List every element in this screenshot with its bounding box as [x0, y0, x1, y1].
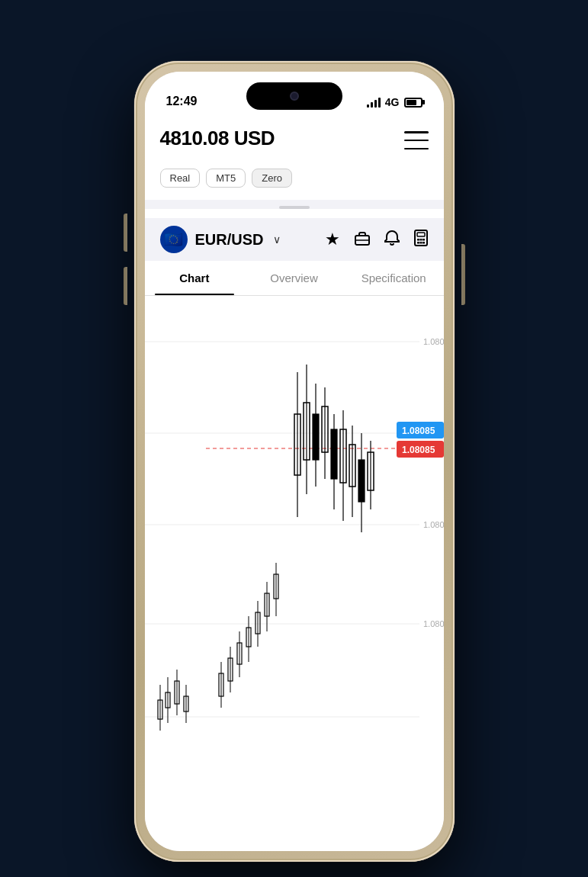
- svg-rect-9: [423, 242, 425, 244]
- svg-rect-8: [419, 242, 422, 244]
- signal-bars-icon: [367, 97, 381, 108]
- account-balance: 4810.08 USD: [160, 127, 275, 150]
- signal-bar-4: [378, 98, 381, 108]
- svg-rect-5: [419, 239, 422, 241]
- account-info: 4810.08 USD: [160, 127, 275, 150]
- svg-rect-3: [417, 233, 425, 236]
- tabs-bar: Chart Overview Specification: [145, 261, 444, 296]
- svg-rect-44: [313, 414, 319, 460]
- signal-bar-3: [374, 100, 377, 108]
- battery-fill: [406, 100, 417, 105]
- signal-bar-2: [371, 102, 373, 108]
- chart-svg: 1.08097 1.08075 1.08053 1.08030 1.08085 …: [145, 296, 444, 753]
- dynamic-island: [246, 82, 342, 110]
- account-header: 4810.08 USD: [145, 114, 444, 161]
- svg-text:1.08097: 1.08097: [423, 337, 444, 346]
- app-content: 4810.08 USD Real MT5 Zero: [145, 114, 444, 851]
- instrument-header: 🇪🇺 EUR/USD ∨ ★: [145, 218, 444, 261]
- tag-real[interactable]: Real: [160, 169, 201, 188]
- favorite-star-icon[interactable]: ★: [325, 230, 340, 249]
- phone-screen: 12:49 4G 4810.08 USD: [145, 72, 444, 851]
- hamburger-button[interactable]: [404, 131, 429, 149]
- network-type-label: 4G: [385, 96, 400, 108]
- instrument-left: 🇪🇺 EUR/USD ∨: [160, 226, 281, 253]
- svg-rect-54: [358, 460, 365, 502]
- instrument-flag: 🇪🇺: [160, 226, 188, 253]
- status-icons: 4G: [367, 96, 423, 108]
- tab-chart[interactable]: Chart: [145, 261, 245, 295]
- svg-text:1.08085: 1.08085: [402, 426, 435, 436]
- chart-area[interactable]: 1.08097 1.08075 1.08053 1.08030 1.08085 …: [145, 296, 444, 753]
- hamburger-line-1: [404, 131, 429, 133]
- alert-bell-icon[interactable]: [384, 230, 400, 250]
- sheet-handle-area: [145, 200, 444, 209]
- volume-up-button[interactable]: [124, 214, 127, 252]
- trade-briefcase-icon[interactable]: [354, 230, 371, 249]
- svg-text:1.08030: 1.08030: [423, 619, 444, 628]
- hamburger-line-2: [404, 140, 429, 142]
- tab-specification[interactable]: Specification: [344, 261, 444, 295]
- camera-dot: [290, 92, 299, 101]
- status-time: 12:49: [166, 95, 198, 108]
- tag-zero[interactable]: Zero: [252, 169, 292, 188]
- battery-icon: [404, 98, 423, 108]
- signal-bar-1: [367, 104, 369, 108]
- power-button[interactable]: [461, 244, 465, 305]
- svg-rect-4: [417, 239, 419, 241]
- tag-mt5[interactable]: MT5: [206, 169, 246, 188]
- instrument-actions: ★: [325, 230, 429, 250]
- instrument-name[interactable]: EUR/USD: [195, 231, 264, 249]
- chevron-down-icon[interactable]: ∨: [273, 233, 281, 246]
- phone-device: 12:49 4G 4810.08 USD: [134, 61, 455, 862]
- svg-text:1.08053: 1.08053: [423, 520, 444, 529]
- account-tags: Real MT5 Zero: [145, 169, 444, 200]
- drag-handle: [279, 206, 310, 209]
- svg-rect-6: [423, 239, 425, 241]
- tab-overview[interactable]: Overview: [244, 261, 344, 295]
- calculator-icon[interactable]: [413, 230, 429, 250]
- svg-rect-48: [331, 429, 337, 479]
- hamburger-line-3: [404, 148, 429, 150]
- svg-rect-7: [417, 242, 419, 244]
- volume-down-button[interactable]: [124, 267, 127, 305]
- svg-text:1.08085: 1.08085: [402, 445, 435, 455]
